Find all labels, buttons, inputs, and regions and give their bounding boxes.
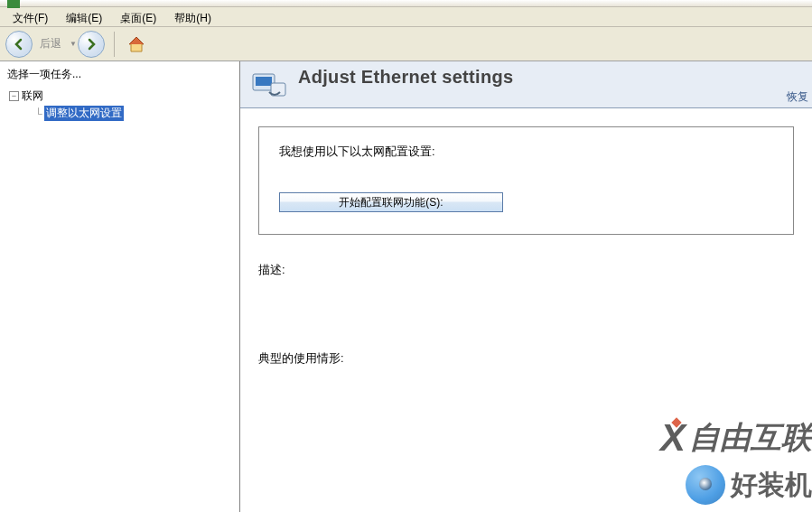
sidebar-header: 选择一项任务...	[4, 65, 236, 88]
forward-button[interactable]	[78, 31, 105, 58]
app-icon	[7, 0, 20, 8]
menu-help[interactable]: 帮助(H)	[167, 9, 219, 24]
window-titlebar	[0, 0, 812, 7]
back-button[interactable]	[5, 31, 33, 58]
settings-group: 我想使用以下以太网配置设置: 开始配置联网功能(S):	[258, 126, 794, 235]
back-dropdown[interactable]: ▼	[67, 36, 74, 51]
settings-prompt-label: 我想使用以下以太网配置设置:	[279, 144, 773, 160]
tree-root-label: 联网	[22, 88, 43, 104]
toolbar: 后退 ▼	[0, 27, 812, 61]
watermark-haozhuangji: 好装机	[686, 465, 812, 505]
home-icon	[126, 33, 147, 55]
svg-rect-1	[256, 77, 272, 86]
typical-usage-label: 典型的使用情形:	[258, 350, 794, 367]
menu-desktop[interactable]: 桌面(E)	[113, 9, 163, 24]
start-config-button[interactable]: 开始配置联网功能(S):	[279, 192, 503, 212]
eye-logo-icon	[686, 465, 725, 505]
description-label: 描述:	[258, 262, 794, 278]
arrow-left-icon	[12, 37, 26, 51]
content-header: Adjust Ethernet settings 恢复	[240, 61, 812, 108]
tree-item-ethernet-settings[interactable]: └ 调整以太网设置	[34, 105, 236, 122]
tree-view: − 联网 └ 调整以太网设置	[4, 88, 236, 122]
arrow-right-icon	[84, 37, 98, 51]
back-label: 后退	[40, 36, 61, 51]
home-button[interactable]	[124, 32, 149, 57]
watermark-ziyouhulian: X自由互联	[660, 416, 812, 460]
menu-file[interactable]: 文件(F)	[5, 9, 55, 24]
menubar: 文件(F) 编辑(E) 桌面(E) 帮助(H)	[0, 7, 812, 27]
tree-root-networking[interactable]: − 联网	[9, 88, 236, 105]
page-title: Adjust Ethernet settings	[298, 67, 513, 88]
content-body: 我想使用以下以太网配置设置: 开始配置联网功能(S): 描述: 典型的使用情形:…	[240, 108, 812, 512]
content-pane: Adjust Ethernet settings 恢复 我想使用以下以太网配置设…	[240, 61, 812, 512]
tree-item-label: 调整以太网设置	[44, 106, 124, 121]
sidebar: 选择一项任务... − 联网 └ 调整以太网设置	[0, 61, 240, 512]
menu-edit[interactable]: 编辑(E)	[59, 9, 109, 24]
tree-branch-line: └	[34, 107, 42, 120]
toolbar-separator	[114, 32, 115, 57]
ethernet-icon	[251, 67, 289, 101]
restore-link[interactable]: 恢复	[787, 89, 808, 105]
tree-collapse-icon[interactable]: −	[9, 91, 19, 101]
